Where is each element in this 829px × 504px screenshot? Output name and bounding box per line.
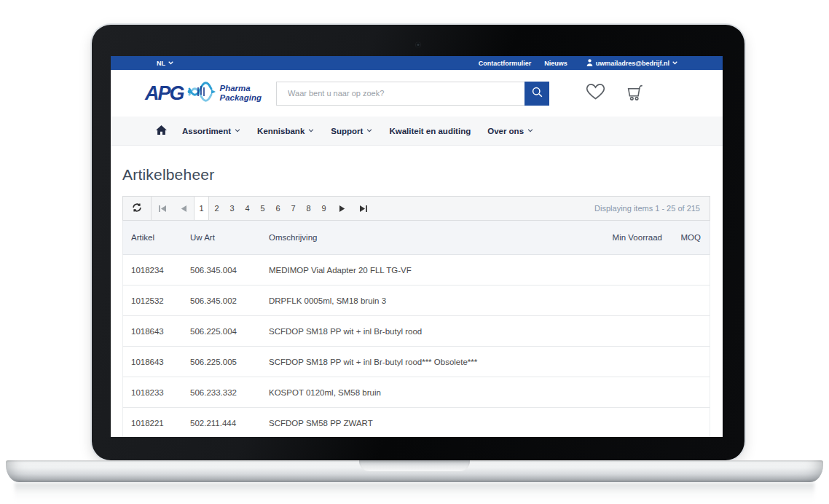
page-number-2[interactable]: 2 <box>209 197 224 220</box>
cell-uw-art: 506.345.004 <box>183 266 263 275</box>
webcam <box>416 42 421 47</box>
table-row[interactable]: 1018643 506.225.004 SCFDOP SM18 PP wit +… <box>122 316 710 347</box>
cell-omschrijving: MEDIMOP Vial Adapter 20 FLL TG-VF <box>263 266 580 275</box>
page-number-7[interactable]: 7 <box>286 197 301 220</box>
column-header-omschrijving: Omschrijving <box>263 233 580 242</box>
logo-tagline: Pharma Packaging <box>220 84 262 102</box>
table-row[interactable]: 1018221 502.211.444 SCFDOP SM58 PP ZWART <box>122 408 710 437</box>
table-row[interactable]: 1018234 506.345.004 MEDIMOP Vial Adapter… <box>122 255 710 286</box>
cell-omschrijving: SCFDOP SM18 PP wit + inl Br-butyl rood**… <box>263 358 580 366</box>
cell-artikel: 1018221 <box>123 419 183 428</box>
nav-item-kennisbank[interactable]: Kennisbank <box>257 127 314 135</box>
chevron-down-icon <box>527 129 533 133</box>
page-number-6[interactable]: 6 <box>270 197 286 220</box>
news-link[interactable]: Nieuws <box>544 60 567 67</box>
search-icon <box>532 87 543 100</box>
cell-artikel: 1018234 <box>123 266 183 275</box>
page-number-8[interactable]: 8 <box>301 197 316 220</box>
nav-item-kwaliteit[interactable]: Kwaliteit en auditing <box>389 127 471 135</box>
refresh-button[interactable] <box>123 197 152 220</box>
logo-text: APG <box>145 82 184 105</box>
nav-item-assortiment[interactable]: Assortiment <box>182 127 240 135</box>
page-number-5[interactable]: 5 <box>255 197 270 220</box>
logo[interactable]: APG Pharma Packaging <box>145 82 262 105</box>
main-nav: Assortiment Kennisbank Support Kwaliteit… <box>111 117 723 146</box>
dna-helix-icon <box>187 82 216 105</box>
laptop-screen: NL Contactformulier Nieuws uwmailadres@b… <box>111 56 723 437</box>
chevron-down-icon <box>235 129 240 133</box>
search-button[interactable] <box>524 82 549 106</box>
laptop-bezel: NL Contactformulier Nieuws uwmailadres@b… <box>92 25 744 460</box>
laptop-reflection <box>15 483 814 502</box>
laptop-base <box>6 460 823 482</box>
chevron-down-icon <box>672 61 677 65</box>
page-number-9[interactable]: 9 <box>316 197 331 220</box>
column-header-min-voorraad: Min Voorraad <box>580 233 667 242</box>
page-number-1[interactable]: 1 <box>194 197 209 220</box>
user-icon <box>586 59 593 68</box>
top-bar: NL Contactformulier Nieuws uwmailadres@b… <box>111 56 723 70</box>
cell-omschrijving: DRPFLK 0005ml, SM18 bruin 3 <box>263 296 580 305</box>
page-content: Artikelbeheer <box>111 166 723 437</box>
nav-item-support[interactable]: Support <box>331 127 372 135</box>
heart-icon <box>586 83 605 103</box>
home-icon <box>156 125 167 136</box>
nav-item-over-ons[interactable]: Over ons <box>487 127 533 135</box>
laptop-notch <box>359 460 470 471</box>
cell-artikel: 1018233 <box>123 388 183 397</box>
cell-uw-art: 506.345.002 <box>183 296 263 305</box>
chevron-down-icon <box>366 129 372 133</box>
site-header: APG Pharma Packaging <box>111 70 723 117</box>
cell-artikel: 1012532 <box>123 296 183 305</box>
cell-uw-art: 506.233.332 <box>183 388 263 397</box>
cell-uw-art: 502.211.444 <box>183 419 263 428</box>
wishlist-button[interactable] <box>586 83 605 103</box>
column-header-moq: MOQ <box>667 233 710 242</box>
pagination-bar: 1 2 3 4 5 6 7 8 9 Displaying items 1 - 2 <box>122 196 710 221</box>
cell-uw-art: 506.225.004 <box>183 327 263 336</box>
search-input[interactable] <box>276 82 524 106</box>
language-selector[interactable]: NL <box>157 60 173 67</box>
table-header: Artikel Uw Art Omschrijving Min Voorraad… <box>122 221 710 255</box>
laptop-mockup: NL Contactformulier Nieuws uwmailadres@b… <box>0 0 829 504</box>
first-page-button[interactable] <box>152 197 173 220</box>
pagination-status: Displaying items 1 - 25 of 215 <box>594 204 710 213</box>
next-page-button[interactable] <box>331 197 353 220</box>
cell-omschrijving: SCFDOP SM58 PP ZWART <box>263 419 580 428</box>
table-row[interactable]: 1018233 506.233.332 KOSPOT 0120ml, SM58 … <box>122 377 710 408</box>
user-email: uwmailadres@bedrijf.nl <box>596 60 669 67</box>
cell-omschrijving: KOSPOT 0120ml, SM58 bruin <box>263 388 580 397</box>
cell-artikel: 1018643 <box>123 327 183 336</box>
column-header-uw-art: Uw Art <box>183 233 263 242</box>
page-number-3[interactable]: 3 <box>224 197 240 220</box>
contact-form-link[interactable]: Contactformulier <box>479 60 532 67</box>
cell-uw-art: 506.225.005 <box>183 358 263 366</box>
cart-button[interactable] <box>625 83 645 104</box>
user-account-menu[interactable]: uwmailadres@bedrijf.nl <box>586 59 677 68</box>
table-row[interactable]: 1012532 506.345.002 DRPFLK 0005ml, SM18 … <box>122 286 710 316</box>
last-page-button[interactable] <box>353 197 374 220</box>
table-row[interactable]: 1018643 506.225.005 SCFDOP SM18 PP wit +… <box>122 347 710 377</box>
search-bar <box>276 82 549 106</box>
cart-icon <box>625 83 645 104</box>
refresh-icon <box>132 202 142 214</box>
nav-home-button[interactable] <box>156 125 167 136</box>
prev-page-button[interactable] <box>173 197 194 220</box>
language-label: NL <box>157 60 165 67</box>
page-number-4[interactable]: 4 <box>240 197 255 220</box>
cell-omschrijving: SCFDOP SM18 PP wit + inl Br-butyl rood <box>263 327 580 336</box>
cell-artikel: 1018643 <box>123 358 183 366</box>
chevron-down-icon <box>308 129 314 133</box>
column-header-artikel: Artikel <box>123 233 183 242</box>
page-title: Artikelbeheer <box>122 166 710 184</box>
chevron-down-icon <box>168 61 173 65</box>
